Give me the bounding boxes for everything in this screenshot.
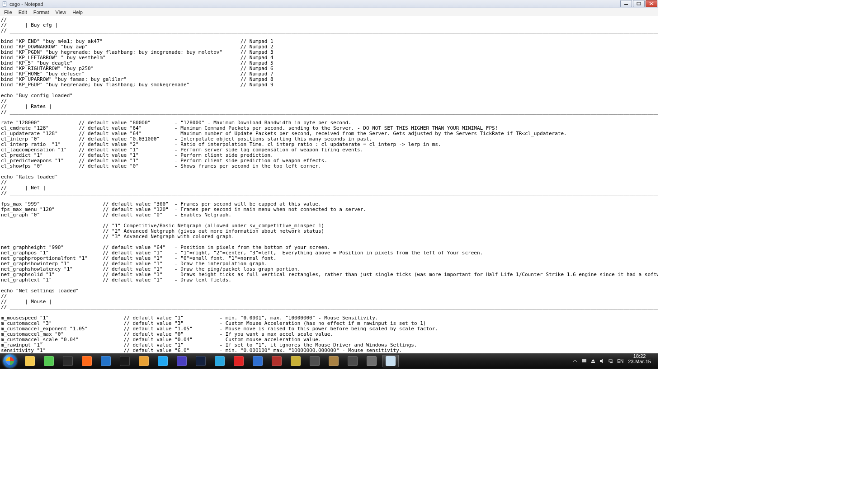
editor-scrollarea[interactable]: // // | Buy cfg | // ___________________… xyxy=(0,16,658,353)
svg-rect-8 xyxy=(582,359,586,362)
tray-speaker-icon[interactable] xyxy=(599,358,605,364)
minimize-button[interactable] xyxy=(620,0,632,7)
notepad-window: csgo - Notepad File Edit Format View Hel… xyxy=(0,0,658,369)
lol-icon[interactable] xyxy=(326,355,342,367)
start-button[interactable] xyxy=(0,353,20,369)
notepadpp-icon[interactable] xyxy=(288,355,304,367)
unknown-icon[interactable] xyxy=(344,355,361,367)
svg-rect-5 xyxy=(637,2,641,5)
steelseries-icon[interactable] xyxy=(117,355,133,367)
window-controls xyxy=(620,0,658,8)
menubar: File Edit Format View Help xyxy=(0,8,658,16)
taskbar: EN 18:22 23-Mar-15 xyxy=(0,353,658,369)
winamp-icon[interactable] xyxy=(136,355,152,367)
editor-text[interactable]: // // | Buy cfg | // ___________________… xyxy=(0,16,658,353)
uplay-icon[interactable] xyxy=(174,355,190,367)
photoshop-icon[interactable] xyxy=(193,355,209,367)
menu-edit[interactable]: Edit xyxy=(15,9,30,15)
menu-format[interactable]: Format xyxy=(30,9,52,15)
tray-network-icon[interactable] xyxy=(608,358,614,364)
razer-icon[interactable] xyxy=(269,355,285,367)
maximize-button[interactable] xyxy=(633,0,645,7)
steam-icon[interactable] xyxy=(60,355,76,367)
tray-flag-icon[interactable] xyxy=(581,358,587,364)
worldoftanks-icon[interactable] xyxy=(307,355,323,367)
tray-chevron-up-icon[interactable] xyxy=(572,358,578,364)
taskbar-apps xyxy=(20,353,399,369)
utorrent-icon[interactable] xyxy=(41,355,57,367)
bluestacks-icon[interactable] xyxy=(98,355,114,367)
chrome-icon[interactable] xyxy=(22,355,38,367)
tray-eject-icon[interactable] xyxy=(590,358,596,364)
skype-icon[interactable] xyxy=(155,355,171,367)
notepad-icon[interactable] xyxy=(382,355,399,367)
menu-view[interactable]: View xyxy=(52,9,70,15)
svg-rect-10 xyxy=(591,362,595,363)
clock-date: 23-Mar-15 xyxy=(628,359,651,364)
fraps-icon[interactable] xyxy=(231,355,247,367)
ts3-icon[interactable] xyxy=(250,355,266,367)
taskbar-clock[interactable]: 18:22 23-Mar-15 xyxy=(625,353,654,369)
menu-help[interactable]: Help xyxy=(69,9,86,15)
teamviewer-icon[interactable] xyxy=(212,355,228,367)
notepad-file-icon xyxy=(1,1,8,7)
origin-icon[interactable] xyxy=(79,355,95,367)
window-title: csgo - Notepad xyxy=(9,1,620,7)
system-tray: EN xyxy=(570,353,625,369)
svg-rect-13 xyxy=(610,362,613,363)
tray-locale[interactable]: EN xyxy=(617,358,623,364)
clock-time: 18:22 xyxy=(628,353,651,359)
close-button[interactable] xyxy=(646,0,657,7)
svg-marker-9 xyxy=(591,359,595,361)
svg-marker-11 xyxy=(600,359,603,363)
discord-icon[interactable] xyxy=(363,355,380,367)
titlebar[interactable]: csgo - Notepad xyxy=(0,0,658,8)
svg-rect-12 xyxy=(609,360,612,362)
show-desktop-button[interactable] xyxy=(654,353,658,369)
menu-file[interactable]: File xyxy=(1,9,15,15)
